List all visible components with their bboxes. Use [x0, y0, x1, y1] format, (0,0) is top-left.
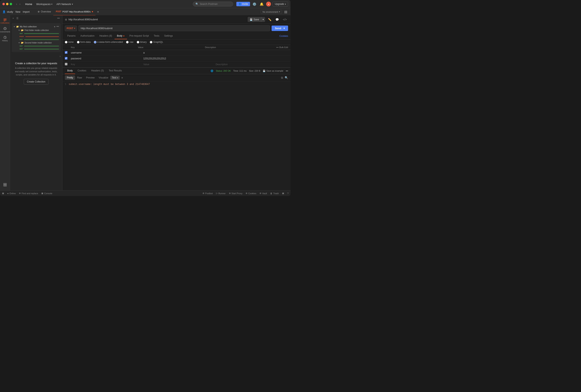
sidebar-item-environments[interactable]: Environments [1, 26, 9, 34]
fullscreen-button[interactable] [10, 3, 12, 5]
search-bar[interactable]: 🔍 Search Postman [193, 1, 233, 6]
edit-button[interactable]: ✏️ [267, 17, 272, 22]
folder2-request1[interactable]: GET [19, 44, 59, 47]
response-cookies-tab[interactable]: Cookies [75, 68, 88, 74]
home-link[interactable]: Home [24, 2, 34, 6]
add-tab-button[interactable]: + [96, 10, 100, 14]
overview-tab[interactable]: ⊕ Overview [35, 8, 53, 15]
raw-tab[interactable]: Raw [75, 75, 84, 80]
save-btn-group: 💾 Save ▾ [248, 17, 265, 22]
authorization-tab[interactable]: Authorization [78, 33, 97, 39]
response-content: submit.username: length must be between … [69, 83, 150, 86]
graphql-option[interactable]: GraphQL [150, 41, 163, 43]
collection-header-row[interactable]: ▼ 📁 My first collection ★ ••• [13, 24, 59, 28]
method-selector[interactable]: POST ▾ [65, 25, 77, 31]
runner-button[interactable]: ▷ Runner [216, 192, 226, 195]
save-button[interactable]: 💾 Save [248, 17, 261, 22]
visualize-tab[interactable]: Visualize [97, 75, 110, 80]
response-test-results-tab[interactable]: Test Results [106, 68, 124, 74]
bulk-edit-button[interactable]: Bulk Edit [280, 46, 288, 48]
binary-option[interactable]: binary [137, 41, 147, 43]
api-network-link[interactable]: API Network ▾ [55, 2, 74, 6]
new-button[interactable]: New [16, 10, 20, 13]
password-value[interactable]: 12312312312312312 [143, 57, 216, 60]
password-key[interactable]: password [71, 57, 143, 60]
grid-button[interactable]: ▣ [282, 192, 284, 195]
find-replace-button[interactable]: ⊕ Find and replace [19, 192, 38, 195]
empty-value[interactable]: Value [143, 63, 216, 66]
settings-tab[interactable]: Settings [162, 33, 175, 39]
forward-arrow[interactable]: › [19, 2, 21, 6]
close-button[interactable] [2, 3, 5, 5]
help-button[interactable]: ? [287, 192, 288, 195]
empty-key[interactable]: Key [71, 63, 143, 66]
folder2-row[interactable]: ▼ 📂 Second folder inside collection [16, 41, 59, 44]
username-key[interactable]: username [71, 51, 143, 54]
postbot-button[interactable]: ⊕ Postbot [202, 192, 212, 195]
invite-button[interactable]: 👤 Invite [236, 2, 250, 6]
request-bar [24, 33, 59, 34]
folder1-request1[interactable]: GET [19, 32, 59, 35]
filter-response-button[interactable]: ≡ [122, 76, 123, 79]
urlencoded-option[interactable]: x-www-form-urlencoded [94, 41, 123, 43]
filter-button[interactable]: ☰ [16, 16, 19, 20]
folder2-request2[interactable]: GET [19, 47, 59, 50]
vault-button[interactable]: ⊕ Vault [260, 192, 267, 195]
collection-more-icon[interactable]: ••• [56, 25, 59, 28]
minimize-button[interactable] [6, 3, 8, 5]
password-checkbox[interactable] [65, 57, 68, 59]
create-collection-button[interactable]: Create Collection [24, 79, 48, 84]
collection-star-icon[interactable]: ★ [54, 25, 56, 28]
console-button[interactable]: ▣ Console [41, 192, 52, 195]
copy-response-button[interactable]: ⧉ [281, 76, 283, 79]
workspaces-link[interactable]: Workspaces ▾ [35, 2, 54, 6]
username-checkbox[interactable] [65, 51, 68, 54]
text-dropdown[interactable]: Text ▾ [110, 76, 120, 80]
comment-button[interactable]: 💬 [274, 17, 280, 22]
folder1-request3[interactable]: GET [19, 38, 59, 41]
response-body-tab[interactable]: Body [65, 68, 75, 74]
response-headers-tab[interactable]: Headers (5) [89, 68, 106, 74]
expand-panel-icon[interactable]: › [60, 54, 60, 58]
import-button[interactable]: Import [23, 10, 30, 13]
form-data-option[interactable]: form-data [77, 41, 90, 43]
cookies-button[interactable]: ⊕ Cookies [246, 192, 256, 195]
username-value[interactable]: a [143, 51, 216, 54]
pre-request-tab[interactable]: Pre-request Script [127, 33, 152, 39]
url-input[interactable] [78, 25, 270, 31]
body-tab[interactable]: Body ● [114, 33, 127, 39]
sidebar-item-history[interactable]: History [1, 35, 9, 43]
post-method-label: POST [56, 10, 61, 13]
layout-toggle[interactable]: ▤ [284, 9, 288, 14]
request-tab[interactable]: POST POST http://localhost:8080/s [53, 8, 96, 15]
notifications-button[interactable]: 🔔 [259, 1, 264, 7]
pretty-tab[interactable]: Pretty [65, 75, 75, 80]
settings-button[interactable]: ⚙️ [252, 1, 257, 7]
preview-tab[interactable]: Preview [84, 75, 97, 80]
folder1-row[interactable]: ▼ 📂 First folder inside collection [16, 28, 59, 32]
empty-desc[interactable]: Description [216, 63, 288, 66]
none-option[interactable]: none [65, 41, 74, 43]
upgrade-button[interactable]: Upgrade ▾ [272, 1, 288, 6]
environment-selector[interactable]: No environment ▾ [261, 10, 282, 14]
params-tab[interactable]: Params [65, 33, 78, 39]
tests-tab[interactable]: Tests [151, 33, 162, 39]
online-status[interactable]: ● Online [7, 192, 16, 195]
headers-tab[interactable]: Headers (8) [97, 33, 114, 39]
trash-button[interactable]: 🗑 Trash [270, 192, 279, 195]
more-options-button[interactable]: ••• [56, 16, 60, 20]
back-arrow[interactable]: ‹ [15, 2, 18, 6]
code-button[interactable]: </> [282, 17, 288, 22]
folder1-request2[interactable]: POST [19, 35, 59, 38]
search-response-button[interactable]: 🔍 [285, 76, 288, 79]
layout-button[interactable]: ▣ [2, 192, 4, 195]
add-collection-button[interactable]: + [12, 16, 15, 20]
cookies-link[interactable]: Cookies [280, 35, 288, 37]
raw-option[interactable]: raw [126, 41, 133, 43]
save-dropdown-arrow[interactable]: ▾ [261, 17, 265, 22]
save-example-button[interactable]: 💾 Save as example [263, 70, 283, 72]
start-proxy-button[interactable]: ⊕ Start Proxy [229, 192, 242, 195]
send-button[interactable]: Send ▾ [272, 25, 288, 31]
sidebar-item-collections[interactable]: Collections [1, 17, 9, 25]
sidebar-item-workspaces[interactable] [1, 181, 9, 189]
